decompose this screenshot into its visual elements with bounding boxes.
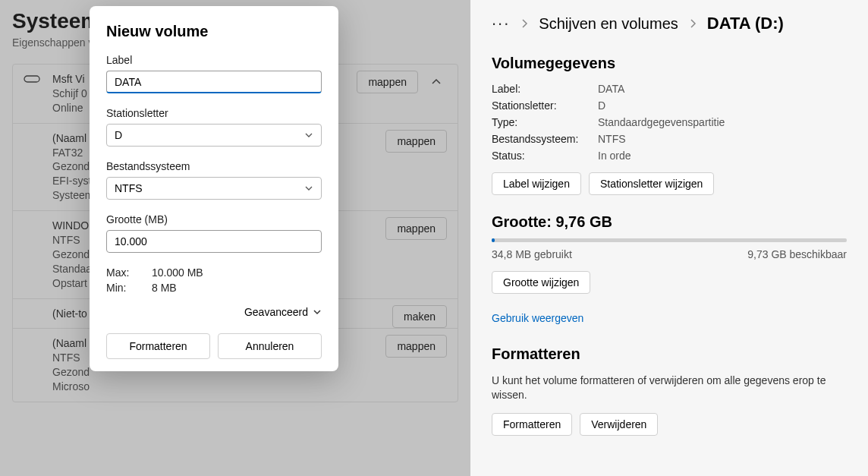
change-size-button[interactable]: Grootte wijzigen [492, 271, 590, 294]
cancel-button[interactable]: Annuleren [218, 333, 322, 359]
size-heading: Grootte: 9,76 GB [492, 213, 847, 231]
dialog-title: Nieuw volume [106, 23, 322, 40]
format-volume-button[interactable]: Formatteren [492, 413, 572, 436]
drive-letter-value: D [115, 129, 122, 141]
filesystem-value: NTFS [115, 182, 143, 194]
chevron-down-icon [304, 184, 313, 193]
size-input[interactable] [106, 230, 322, 253]
usage-bar-fill [492, 238, 495, 242]
filesystem-select[interactable]: NTFS [106, 177, 322, 200]
chevron-down-icon [304, 131, 313, 140]
volume-data-heading: Volumegegevens [492, 55, 847, 72]
delete-volume-button[interactable]: Verwijderen [580, 413, 658, 436]
chevron-down-icon [313, 307, 322, 317]
change-label-button[interactable]: Label wijzigen [492, 172, 581, 195]
drive-letter-select[interactable]: D [106, 124, 322, 147]
max-value: 10.000 MB [152, 266, 322, 279]
usage-used: 34,8 MB gebruikt [492, 248, 572, 260]
filesystem-label: Bestandssysteem [106, 160, 322, 172]
size-label: Grootte (MB) [106, 213, 322, 225]
chevron-right-icon [689, 18, 697, 29]
show-usage-link[interactable]: Gebruik weergeven [492, 312, 583, 324]
breadcrumb: ··· Schijven en volumes DATA (D:) [492, 14, 847, 33]
breadcrumb-current: DATA (D:) [707, 14, 784, 33]
max-label: Max: [106, 266, 152, 279]
min-value: 8 MB [152, 282, 322, 294]
usage-bar [492, 238, 847, 242]
chevron-right-icon [520, 18, 528, 29]
label-field-label: Label [106, 54, 322, 66]
min-label: Min: [106, 282, 152, 294]
breadcrumb-disks[interactable]: Schijven en volumes [539, 15, 678, 33]
change-letter-button[interactable]: Stationsletter wijzigen [589, 172, 714, 195]
format-description: U kunt het volume formatteren of verwijd… [492, 374, 847, 402]
new-volume-dialog: Nieuw volume Label Stationsletter D Best… [90, 6, 338, 371]
usage-free: 9,73 GB beschikbaar [747, 248, 847, 260]
format-button[interactable]: Formatteren [106, 333, 210, 359]
more-icon[interactable]: ··· [492, 15, 510, 32]
advanced-toggle[interactable]: Geavanceerd [106, 306, 322, 318]
label-input[interactable] [106, 71, 322, 93]
format-heading: Formatteren [492, 345, 847, 363]
drive-letter-label: Stationsletter [106, 107, 322, 119]
volume-properties: Label:DATA Stationsletter:D Type:Standaa… [492, 83, 847, 162]
